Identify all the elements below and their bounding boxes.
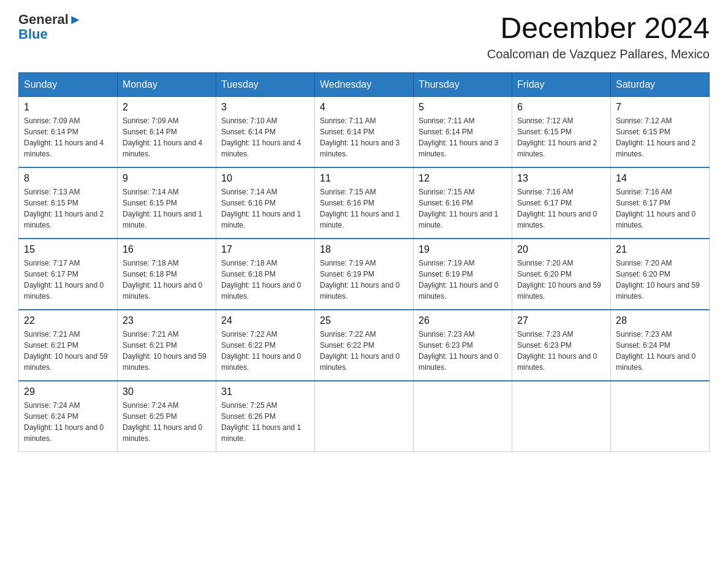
table-row: 30 Sunrise: 7:24 AM Sunset: 6:25 PM Dayl… [118,381,216,452]
day-info: Sunrise: 7:23 AM Sunset: 6:24 PM Dayligh… [616,329,704,373]
table-row: 3 Sunrise: 7:10 AM Sunset: 6:14 PM Dayli… [216,96,315,167]
day-number: 21 [616,244,704,255]
table-row: 28 Sunrise: 7:23 AM Sunset: 6:24 PM Dayl… [611,310,710,381]
table-row: 25 Sunrise: 7:22 AM Sunset: 6:22 PM Dayl… [315,310,414,381]
day-number: 25 [320,315,408,326]
day-info: Sunrise: 7:16 AM Sunset: 6:17 PM Dayligh… [517,186,605,231]
day-number: 1 [24,102,112,113]
day-number: 19 [419,244,507,255]
table-row: 27 Sunrise: 7:23 AM Sunset: 6:23 PM Dayl… [512,310,611,381]
table-row: 5 Sunrise: 7:11 AM Sunset: 6:14 PM Dayli… [414,96,512,167]
table-row: 6 Sunrise: 7:12 AM Sunset: 6:15 PM Dayli… [512,96,611,167]
day-number: 31 [221,386,309,397]
header-monday: Monday [118,72,216,96]
day-info: Sunrise: 7:13 AM Sunset: 6:15 PM Dayligh… [24,186,112,231]
day-info: Sunrise: 7:10 AM Sunset: 6:14 PM Dayligh… [221,115,309,159]
day-number: 10 [221,173,309,184]
header-sunday: Sunday [19,72,118,96]
table-row: 1 Sunrise: 7:09 AM Sunset: 6:14 PM Dayli… [19,96,118,167]
table-row: 11 Sunrise: 7:15 AM Sunset: 6:16 PM Dayl… [315,167,414,239]
day-info: Sunrise: 7:23 AM Sunset: 6:23 PM Dayligh… [517,329,605,373]
calendar-week-row: 29 Sunrise: 7:24 AM Sunset: 6:24 PM Dayl… [19,381,710,452]
table-row: 14 Sunrise: 7:16 AM Sunset: 6:17 PM Dayl… [611,167,710,239]
day-info: Sunrise: 7:15 AM Sunset: 6:16 PM Dayligh… [419,186,507,231]
day-info: Sunrise: 7:11 AM Sunset: 6:14 PM Dayligh… [320,115,408,159]
table-row [414,381,512,452]
day-info: Sunrise: 7:14 AM Sunset: 6:15 PM Dayligh… [123,186,211,231]
day-number: 24 [221,315,309,326]
table-row: 15 Sunrise: 7:17 AM Sunset: 6:17 PM Dayl… [19,239,118,310]
table-row: 10 Sunrise: 7:14 AM Sunset: 6:16 PM Dayl… [216,167,315,239]
page-header: General► Blue December 2024 Coalcoman de… [18,12,710,61]
header-saturday: Saturday [611,72,710,96]
day-info: Sunrise: 7:12 AM Sunset: 6:15 PM Dayligh… [517,115,605,159]
day-number: 18 [320,244,408,255]
day-number: 26 [419,315,507,326]
table-row: 2 Sunrise: 7:09 AM Sunset: 6:14 PM Dayli… [118,96,216,167]
day-info: Sunrise: 7:21 AM Sunset: 6:21 PM Dayligh… [24,329,112,373]
header-thursday: Thursday [414,72,512,96]
table-row [512,381,611,452]
day-number: 22 [24,315,112,326]
table-row: 17 Sunrise: 7:18 AM Sunset: 6:18 PM Dayl… [216,239,315,310]
table-row: 26 Sunrise: 7:23 AM Sunset: 6:23 PM Dayl… [414,310,512,381]
month-title: December 2024 [487,12,710,45]
day-number: 4 [320,102,408,113]
day-number: 17 [221,244,309,255]
table-row: 29 Sunrise: 7:24 AM Sunset: 6:24 PM Dayl… [19,381,118,452]
day-info: Sunrise: 7:22 AM Sunset: 6:22 PM Dayligh… [221,329,309,373]
calendar-week-row: 15 Sunrise: 7:17 AM Sunset: 6:17 PM Dayl… [19,239,710,310]
day-info: Sunrise: 7:19 AM Sunset: 6:19 PM Dayligh… [320,258,408,302]
day-info: Sunrise: 7:09 AM Sunset: 6:14 PM Dayligh… [24,115,112,159]
day-number: 28 [616,315,704,326]
day-number: 27 [517,315,605,326]
day-number: 13 [517,173,605,184]
day-number: 6 [517,102,605,113]
table-row [611,381,710,452]
day-number: 3 [221,102,309,113]
calendar-week-row: 1 Sunrise: 7:09 AM Sunset: 6:14 PM Dayli… [19,96,710,167]
calendar-table: Sunday Monday Tuesday Wednesday Thursday… [18,72,710,452]
day-info: Sunrise: 7:22 AM Sunset: 6:22 PM Dayligh… [320,329,408,373]
day-number: 12 [419,173,507,184]
day-number: 7 [616,102,704,113]
header-friday: Friday [512,72,611,96]
header-tuesday: Tuesday [216,72,315,96]
day-number: 29 [24,386,112,397]
table-row: 16 Sunrise: 7:18 AM Sunset: 6:18 PM Dayl… [118,239,216,310]
day-info: Sunrise: 7:11 AM Sunset: 6:14 PM Dayligh… [419,115,507,159]
table-row: 4 Sunrise: 7:11 AM Sunset: 6:14 PM Dayli… [315,96,414,167]
day-number: 5 [419,102,507,113]
day-info: Sunrise: 7:12 AM Sunset: 6:15 PM Dayligh… [616,115,704,159]
day-number: 20 [517,244,605,255]
calendar-week-row: 22 Sunrise: 7:21 AM Sunset: 6:21 PM Dayl… [19,310,710,381]
day-info: Sunrise: 7:15 AM Sunset: 6:16 PM Dayligh… [320,186,408,231]
table-row: 18 Sunrise: 7:19 AM Sunset: 6:19 PM Dayl… [315,239,414,310]
day-info: Sunrise: 7:16 AM Sunset: 6:17 PM Dayligh… [616,186,704,231]
table-row: 23 Sunrise: 7:21 AM Sunset: 6:21 PM Dayl… [118,310,216,381]
header-wednesday: Wednesday [315,72,414,96]
logo-blue-text: ► [69,12,82,27]
title-area: December 2024 Coalcoman de Vazquez Palla… [487,12,710,61]
calendar-week-row: 8 Sunrise: 7:13 AM Sunset: 6:15 PM Dayli… [19,167,710,239]
table-row: 8 Sunrise: 7:13 AM Sunset: 6:15 PM Dayli… [19,167,118,239]
day-number: 9 [123,173,211,184]
day-info: Sunrise: 7:19 AM Sunset: 6:19 PM Dayligh… [419,258,507,302]
logo: General► Blue [18,12,82,42]
logo-text: General► Blue [18,12,82,42]
day-info: Sunrise: 7:17 AM Sunset: 6:17 PM Dayligh… [24,258,112,302]
day-info: Sunrise: 7:09 AM Sunset: 6:14 PM Dayligh… [123,115,211,159]
day-info: Sunrise: 7:20 AM Sunset: 6:20 PM Dayligh… [616,258,704,302]
day-info: Sunrise: 7:25 AM Sunset: 6:26 PM Dayligh… [221,400,309,444]
table-row: 7 Sunrise: 7:12 AM Sunset: 6:15 PM Dayli… [611,96,710,167]
table-row: 21 Sunrise: 7:20 AM Sunset: 6:20 PM Dayl… [611,239,710,310]
day-info: Sunrise: 7:14 AM Sunset: 6:16 PM Dayligh… [221,186,309,231]
day-info: Sunrise: 7:21 AM Sunset: 6:21 PM Dayligh… [123,329,211,373]
day-info: Sunrise: 7:23 AM Sunset: 6:23 PM Dayligh… [419,329,507,373]
table-row: 19 Sunrise: 7:19 AM Sunset: 6:19 PM Dayl… [414,239,512,310]
table-row [315,381,414,452]
location-subtitle: Coalcoman de Vazquez Pallares, Mexico [487,47,710,61]
day-number: 15 [24,244,112,255]
table-row: 20 Sunrise: 7:20 AM Sunset: 6:20 PM Dayl… [512,239,611,310]
day-info: Sunrise: 7:18 AM Sunset: 6:18 PM Dayligh… [221,258,309,302]
